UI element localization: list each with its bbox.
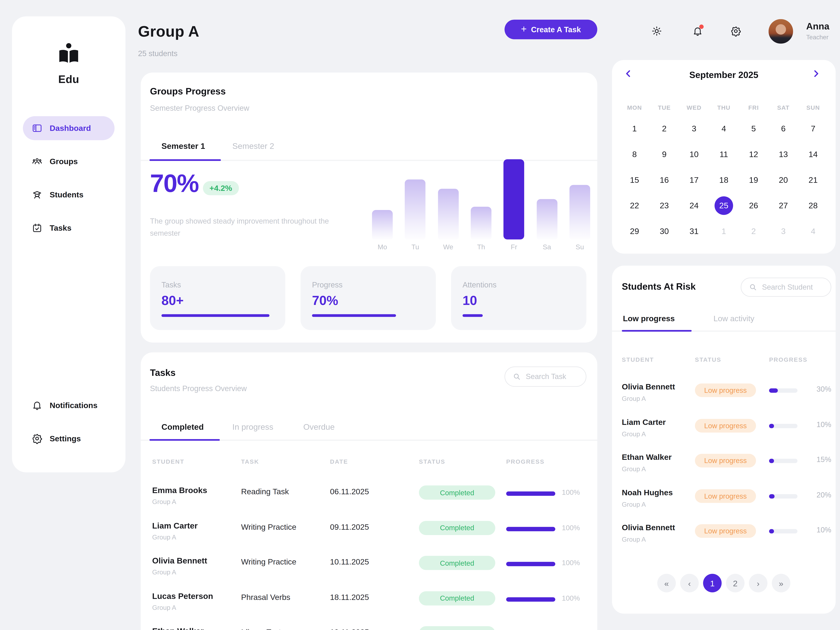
table-row: Olivia Bennett Group A Writing Practice … bbox=[141, 550, 597, 585]
calendar-day-muted[interactable]: 2 bbox=[739, 218, 769, 244]
tasks-subtitle: Students Progress Overview bbox=[150, 384, 247, 393]
selected-day: 25 bbox=[715, 196, 733, 215]
sidebar-item-settings[interactable]: Settings bbox=[23, 426, 114, 451]
pagination-nav-button[interactable]: › bbox=[749, 574, 767, 592]
calendar-day[interactable]: 11 bbox=[709, 141, 739, 167]
progress-description: The group showed steady improvement thro… bbox=[150, 215, 353, 239]
student-name: Noah Hughes bbox=[622, 488, 673, 497]
task-name: Phrasal Verbs bbox=[241, 593, 290, 602]
progress-bar bbox=[506, 491, 555, 496]
student-name: Ethan Walker bbox=[622, 453, 672, 461]
task-name: Writing Practice bbox=[241, 522, 296, 531]
bar-Th bbox=[471, 207, 491, 240]
calendar-day[interactable]: 10 bbox=[679, 141, 709, 167]
calendar-day[interactable]: 18 bbox=[709, 167, 739, 193]
calendar-day-muted[interactable]: 1 bbox=[709, 218, 739, 244]
tab-semester-1[interactable]: Semester 1 bbox=[161, 141, 205, 150]
tab-completed[interactable]: Completed bbox=[161, 422, 204, 431]
calendar-day[interactable]: 3 bbox=[679, 115, 709, 141]
calendar-day[interactable]: 20 bbox=[769, 167, 798, 193]
tab-low-progress[interactable]: Low progress bbox=[623, 314, 675, 323]
calendar-day[interactable]: 1 bbox=[620, 115, 649, 141]
calendar-day[interactable]: 30 bbox=[649, 218, 679, 244]
bar-column: Su bbox=[570, 157, 590, 251]
calendar-day[interactable]: 14 bbox=[798, 141, 828, 167]
students-at-risk-title: Students At Risk bbox=[622, 281, 696, 292]
search-task-input[interactable]: Search Task bbox=[505, 366, 586, 387]
student-group: Group A bbox=[622, 535, 646, 543]
status-badge: Completed bbox=[419, 591, 496, 605]
pagination-nav-button[interactable]: ‹ bbox=[680, 574, 699, 592]
progress-delta-badge: +4.2% bbox=[203, 181, 239, 195]
calendar-day[interactable]: 25 bbox=[709, 193, 739, 218]
sidebar-item-label: Tasks bbox=[50, 224, 71, 232]
calendar-day[interactable]: 21 bbox=[798, 167, 828, 193]
student-group: Group A bbox=[622, 501, 646, 508]
calendar-day[interactable]: 8 bbox=[620, 141, 649, 167]
weekday-label: SUN bbox=[798, 99, 828, 115]
calendar-day[interactable]: 16 bbox=[649, 167, 679, 193]
calendar-day[interactable]: 13 bbox=[769, 141, 798, 167]
bar-Fr bbox=[504, 159, 524, 239]
calendar-day[interactable]: 22 bbox=[620, 193, 649, 218]
page-button-1[interactable]: 1 bbox=[703, 574, 722, 592]
calendar-day[interactable]: 7 bbox=[798, 115, 828, 141]
calendar-day[interactable]: 23 bbox=[649, 193, 679, 218]
sidebar-item-dashboard[interactable]: Dashboard bbox=[23, 116, 114, 140]
tab-overdue[interactable]: Overdue bbox=[303, 422, 335, 431]
calendar-day[interactable]: 6 bbox=[769, 115, 798, 141]
user-avatar[interactable] bbox=[769, 19, 793, 44]
tab-semester-2[interactable]: Semester 2 bbox=[232, 141, 274, 150]
groups-progress-card: Groups Progress Semester Progress Overvi… bbox=[141, 73, 597, 343]
calendar-day[interactable]: 24 bbox=[679, 193, 709, 218]
bar-Sa bbox=[537, 199, 557, 239]
calendar-day[interactable]: 17 bbox=[679, 167, 709, 193]
calendar-day[interactable]: 5 bbox=[739, 115, 769, 141]
pagination-nav-button[interactable]: « bbox=[657, 574, 676, 592]
status-badge: Low progress bbox=[695, 489, 756, 503]
bar-label: Fr bbox=[511, 243, 517, 251]
calendar-day[interactable]: 12 bbox=[739, 141, 769, 167]
calendar-day[interactable]: 26 bbox=[739, 193, 769, 218]
col-header-task: TASK bbox=[241, 458, 259, 465]
calendar-day[interactable]: 15 bbox=[620, 167, 649, 193]
calendar-day-muted[interactable]: 4 bbox=[798, 218, 828, 244]
page-button-2[interactable]: 2 bbox=[726, 574, 744, 592]
theme-toggle-button[interactable] bbox=[651, 26, 662, 36]
settings-button[interactable] bbox=[730, 26, 741, 36]
status-badge: Completed bbox=[419, 521, 496, 535]
create-task-button[interactable]: + Create A Task bbox=[505, 20, 597, 39]
calendar-day[interactable]: 4 bbox=[709, 115, 739, 141]
tab-in-progress[interactable]: In progress bbox=[232, 422, 273, 431]
calendar-day[interactable]: 31 bbox=[679, 218, 709, 244]
student-group: Group A bbox=[622, 395, 646, 403]
calendar-day[interactable]: 2 bbox=[649, 115, 679, 141]
weekday-label: MON bbox=[620, 99, 649, 115]
calendar-day[interactable]: 9 bbox=[649, 141, 679, 167]
sidebar-item-students[interactable]: Students bbox=[23, 183, 114, 207]
sidebar-item-notifications[interactable]: Notifications bbox=[23, 393, 114, 417]
pagination-nav-button[interactable]: » bbox=[772, 574, 790, 592]
active-tab-underline bbox=[150, 439, 220, 441]
sidebar-bottom: Notifications Settings bbox=[12, 393, 125, 472]
calendar-day[interactable]: 29 bbox=[620, 218, 649, 244]
calendar-day[interactable]: 28 bbox=[798, 193, 828, 218]
overall-progress-value: 70% bbox=[150, 169, 199, 198]
task-date: 06.11.2025 bbox=[330, 487, 369, 496]
stat-card-tasks: Tasks 80+ bbox=[150, 266, 285, 330]
calendar-day-muted[interactable]: 3 bbox=[769, 218, 798, 244]
calendar-day[interactable]: 27 bbox=[769, 193, 798, 218]
calendar-day[interactable]: 19 bbox=[739, 167, 769, 193]
search-student-input[interactable]: Search Student bbox=[741, 278, 831, 297]
groups-progress-title: Groups Progress bbox=[150, 86, 226, 97]
search-student-placeholder: Search Student bbox=[762, 283, 813, 291]
notifications-button[interactable] bbox=[692, 26, 703, 36]
sidebar-item-groups[interactable]: Groups bbox=[23, 150, 114, 174]
col-header-status: STATUS bbox=[419, 458, 445, 465]
sidebar-item-tasks[interactable]: Tasks bbox=[23, 216, 114, 240]
stat-cards: Tasks 80+ Progress 70% Attentions 10 bbox=[150, 266, 586, 330]
pagination: «‹12›» bbox=[612, 574, 835, 592]
progress-bar bbox=[506, 597, 555, 602]
tab-low-activity[interactable]: Low activity bbox=[714, 314, 754, 323]
calendar-next-button[interactable] bbox=[812, 69, 824, 81]
